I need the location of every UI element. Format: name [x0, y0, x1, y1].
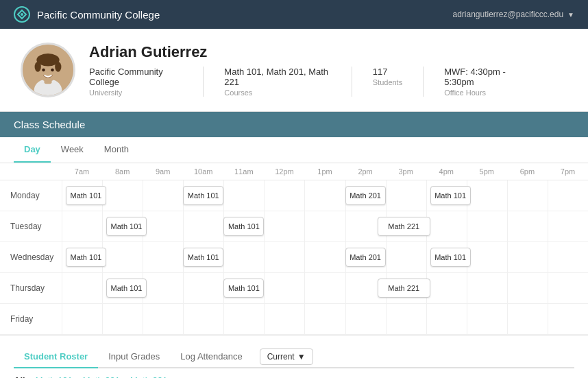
calendar-day-row: TuesdayMath 101Math 101Math 221	[0, 211, 588, 242]
time-slot	[467, 304, 507, 334]
class-event[interactable]: Math 101	[66, 248, 106, 267]
profile-name: Adrian Gutierrez	[89, 43, 567, 61]
time-header-cell: 10am	[183, 163, 223, 180]
time-slots	[62, 304, 588, 334]
time-slot	[62, 211, 102, 241]
time-slot	[507, 304, 548, 334]
time-slot	[102, 242, 143, 272]
time-slot	[467, 273, 507, 303]
time-header-cell: 1pm	[304, 163, 345, 180]
time-slots: Math 101Math 101Math 221	[62, 273, 588, 303]
time-header-cell: 6pm	[507, 163, 548, 180]
brand-icon	[14, 6, 30, 23]
time-slot	[62, 273, 102, 303]
courses-label: Courses	[224, 88, 330, 97]
current-dropdown[interactable]: Current ▼	[260, 349, 313, 365]
svg-point-0	[21, 13, 23, 16]
time-slot	[386, 180, 426, 211]
time-slot	[264, 304, 304, 334]
filter-math221[interactable]: Math 221	[130, 375, 167, 378]
time-slot	[304, 242, 345, 272]
tab-week[interactable]: Week	[51, 137, 94, 163]
class-event[interactable]: Math 101	[106, 217, 147, 236]
students-label: Students	[373, 78, 402, 86]
schedule-tabs: Day Week Month	[0, 137, 588, 163]
time-slot	[304, 180, 345, 211]
time-slot	[264, 211, 304, 241]
courses-meta: Math 101, Math 201, Math 221 Courses	[224, 67, 352, 97]
time-header-cell: 9am	[143, 163, 183, 180]
filter-math201[interactable]: Math 201	[83, 375, 120, 378]
time-slot	[223, 180, 264, 211]
day-label: Wednesday	[0, 252, 62, 262]
time-slot	[467, 211, 507, 241]
class-event[interactable]: Math 101	[106, 279, 147, 298]
day-label: Monday	[0, 191, 62, 200]
time-slot	[223, 304, 264, 334]
class-event[interactable]: Math 101	[66, 186, 106, 205]
svg-point-9	[51, 69, 54, 72]
time-slots: Math 101Math 101Math 221	[62, 211, 588, 241]
time-slot	[102, 180, 143, 211]
tab-month[interactable]: Month	[94, 137, 139, 163]
avatar	[21, 43, 75, 97]
profile-meta: Pacific Community College University Mat…	[89, 67, 567, 97]
office-hours-value: MWF: 4:30pm - 5:30pm	[444, 67, 526, 87]
roster-tab-grades[interactable]: Input Grades	[98, 346, 170, 368]
time-slot	[62, 304, 102, 334]
class-event[interactable]: Math 101	[430, 186, 471, 205]
students-value: 117	[373, 67, 402, 77]
class-event[interactable]: Math 101	[223, 217, 264, 236]
time-header-cell: 8am	[102, 163, 143, 180]
day-label: Thursday	[0, 283, 62, 293]
class-event[interactable]: Math 101	[430, 248, 471, 267]
roster-tab-attendance[interactable]: Log Attendance	[170, 346, 252, 368]
caret-icon: ▼	[567, 11, 574, 19]
class-event[interactable]: Math 201	[345, 186, 386, 205]
time-slot	[264, 180, 304, 211]
time-header-cell: 12pm	[264, 163, 304, 180]
time-slots: Math 101Math 101Math 201Math 101	[62, 242, 588, 272]
time-slot	[548, 180, 588, 211]
day-label: Friday	[0, 314, 62, 324]
time-slot	[548, 273, 588, 303]
time-slot	[467, 242, 507, 272]
tab-day[interactable]: Day	[14, 137, 51, 163]
class-event[interactable]: Math 101	[183, 248, 223, 267]
time-header-cell: 5pm	[467, 163, 507, 180]
time-slots: Math 101Math 101Math 201Math 101	[62, 180, 588, 211]
time-header-cell: 3pm	[386, 163, 426, 180]
bottom-section: Student Roster Input Grades Log Attendan…	[0, 335, 588, 378]
filter-all[interactable]: All	[14, 375, 25, 378]
time-slot	[304, 304, 345, 334]
roster-tabs: Student Roster Input Grades Log Attendan…	[14, 346, 574, 368]
dropdown-label: Current	[267, 352, 295, 362]
time-header-cell: 7am	[62, 163, 102, 180]
top-header: Pacific Community College adriangutierre…	[0, 0, 588, 29]
roster-tab-student[interactable]: Student Roster	[14, 346, 98, 368]
time-slot	[507, 273, 548, 303]
filter-math101[interactable]: Math 101	[36, 375, 73, 378]
time-slot	[143, 304, 183, 334]
svg-point-6	[35, 62, 41, 72]
class-event[interactable]: Math 101	[183, 186, 223, 205]
class-event[interactable]: Math 101	[223, 279, 264, 298]
time-header-cell: 2pm	[345, 163, 386, 180]
calendar-day-row: WednesdayMath 101Math 101Math 201Math 10…	[0, 242, 588, 273]
time-header-cell: 4pm	[426, 163, 467, 180]
time-slot	[467, 180, 507, 211]
class-event[interactable]: Math 221	[378, 279, 430, 298]
time-header-cell: 7pm	[548, 163, 588, 180]
institution-value: Pacific Community College	[89, 67, 182, 87]
time-slot	[548, 242, 588, 272]
user-menu[interactable]: adriangutierrez@pacificcc.edu ▼	[452, 10, 574, 19]
office-hours-label: Office Hours	[444, 88, 526, 97]
time-slot	[386, 304, 426, 334]
time-slot	[304, 273, 345, 303]
time-slot	[426, 211, 467, 241]
class-event[interactable]: Math 201	[345, 248, 386, 267]
time-slot	[548, 304, 588, 334]
students-meta: 117 Students	[373, 67, 424, 97]
class-event[interactable]: Math 221	[378, 217, 430, 236]
institution-meta: Pacific Community College University	[89, 67, 204, 97]
